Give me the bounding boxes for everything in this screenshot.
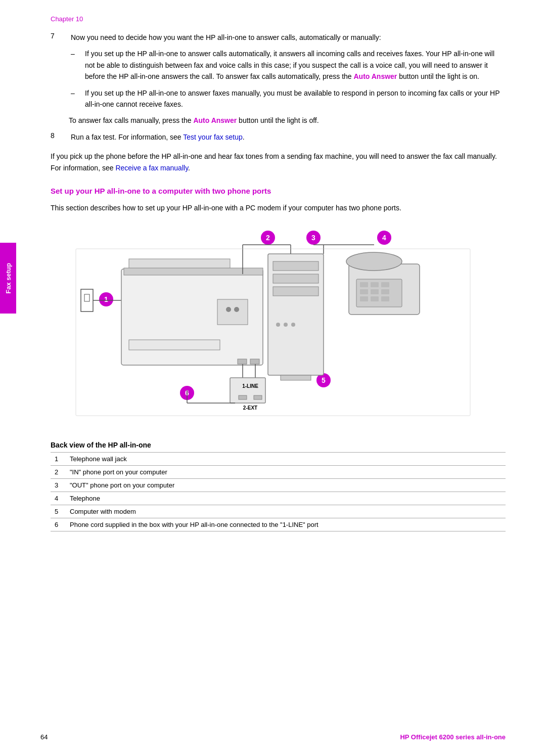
table-cell-desc: Computer with modem (66, 505, 506, 518)
bullet-1-after: button until the light is on. (397, 72, 479, 80)
indent-para-after: button until the light is off. (237, 116, 318, 124)
table-row: 6Phone cord supplied in the box with you… (51, 518, 506, 531)
footer-product: HP Officejet 6200 series all-in-one (400, 733, 506, 741)
footer-page: 64 (40, 733, 48, 741)
item-8-before: Run a fax test. For information, see (71, 133, 183, 141)
table-row: 3"OUT" phone port on your computer (51, 479, 506, 492)
side-tab-label: Fax setup (5, 263, 12, 294)
table-cell-num: 3 (51, 479, 66, 492)
svg-rect-12 (81, 289, 93, 312)
svg-rect-54 (360, 289, 368, 294)
item-8-text: Run a fax test. For information, see Tes… (71, 131, 506, 143)
item-8-after: . (243, 133, 245, 141)
table-row: 1Telephone wall jack (51, 453, 506, 466)
item-7-text: Now you need to decide how you want the … (71, 32, 506, 43)
svg-rect-59 (381, 296, 389, 301)
svg-text:5: 5 (322, 376, 326, 384)
svg-rect-55 (371, 289, 379, 294)
indent-para-highlight: Auto Answer (193, 116, 237, 124)
table-cell-desc: "IN" phone port on your computer (66, 466, 506, 479)
table-cell-desc: Telephone wall jack (66, 453, 506, 466)
table-row: 2"IN" phone port on your computer (51, 466, 506, 479)
side-tab: Fax setup (0, 243, 16, 314)
svg-text:1-LINE: 1-LINE (242, 383, 258, 389)
section-heading: Set up your HP all-in-one to a computer … (51, 186, 506, 196)
svg-rect-30 (254, 395, 262, 399)
item-7: 7 Now you need to decide how you want th… (51, 32, 506, 43)
table-cell-desc: Phone cord supplied in the box with your… (66, 518, 506, 531)
bullet-text-1: If you set up the HP all-in-one to answe… (85, 48, 506, 82)
svg-rect-34 (273, 261, 318, 271)
svg-rect-35 (273, 274, 318, 283)
table-cell-desc: "OUT" phone port on your computer (66, 479, 506, 492)
table-cell-num: 2 (51, 466, 66, 479)
svg-rect-57 (360, 296, 368, 301)
indent-para: To answer fax calls manually, press the … (69, 115, 506, 126)
svg-rect-60 (281, 375, 311, 380)
diagram-container: 2 3 4 1 6 5 (51, 224, 506, 426)
back-view-title: Back view of the HP all-in-one (51, 441, 506, 449)
svg-rect-19 (217, 299, 248, 325)
footer: 64 HP Officejet 6200 series all-in-one (40, 733, 506, 741)
chapter-label: Chapter 10 (51, 15, 506, 23)
svg-point-49 (346, 252, 402, 271)
svg-point-21 (234, 307, 239, 312)
diagram-svg: 2 3 4 1 6 5 (51, 224, 506, 426)
svg-rect-52 (371, 282, 379, 287)
svg-rect-18 (124, 268, 263, 275)
table-row: 5Computer with modem (51, 505, 506, 518)
svg-rect-51 (360, 282, 368, 287)
table-cell-num: 6 (51, 518, 66, 531)
body-para-link[interactable]: Receive a fax manually (115, 164, 188, 172)
parts-table: 1Telephone wall jack2"IN" phone port on … (51, 452, 506, 531)
svg-text:4: 4 (382, 234, 386, 242)
svg-text:2: 2 (266, 234, 270, 242)
svg-point-38 (284, 323, 288, 327)
body-para-after: . (188, 164, 190, 172)
table-cell-num: 5 (51, 505, 66, 518)
svg-rect-33 (268, 254, 324, 375)
bullet-item-2: – If you set up the HP all-in-one to ans… (71, 87, 506, 110)
svg-rect-53 (381, 282, 389, 287)
bullet-text-2: If you set up the HP all-in-one to answe… (85, 87, 506, 110)
svg-point-20 (226, 307, 231, 312)
svg-rect-17 (129, 340, 220, 350)
table-cell-desc: Telephone (66, 492, 506, 505)
svg-rect-36 (273, 287, 318, 296)
svg-rect-58 (371, 296, 379, 301)
svg-text:1: 1 (104, 295, 108, 303)
table-cell-num: 4 (51, 492, 66, 505)
body-para: If you pick up the phone before the HP a… (51, 151, 506, 173)
item-8-link[interactable]: Test your fax setup (183, 133, 243, 141)
bullet-item-1: – If you set up the HP all-in-one to ans… (71, 48, 506, 82)
item-7-number: 7 (51, 32, 63, 43)
bullet-1-highlight: Auto Answer (353, 72, 397, 80)
svg-rect-23 (250, 359, 259, 364)
table-row: 4Telephone (51, 492, 506, 505)
table-cell-num: 1 (51, 453, 66, 466)
page-container: Fax setup Chapter 10 7 Now you need to d… (0, 0, 546, 756)
item-8-number: 8 (51, 131, 63, 143)
svg-rect-22 (238, 359, 247, 364)
indent-para-before: To answer fax calls manually, press the (69, 116, 193, 124)
svg-text:2-EXT: 2-EXT (243, 405, 257, 411)
svg-point-39 (291, 323, 295, 327)
svg-rect-56 (381, 289, 389, 294)
bullet-dash-2: – (71, 87, 79, 110)
bullet-dash-1: – (71, 48, 79, 82)
svg-point-37 (276, 323, 280, 327)
svg-text:3: 3 (311, 234, 315, 242)
svg-rect-29 (239, 395, 247, 399)
item-8: 8 Run a fax test. For information, see T… (51, 131, 506, 143)
section-desc: This section describes how to set up you… (51, 202, 506, 213)
bullet-list: – If you set up the HP all-in-one to ans… (71, 48, 506, 110)
svg-rect-13 (84, 294, 89, 301)
